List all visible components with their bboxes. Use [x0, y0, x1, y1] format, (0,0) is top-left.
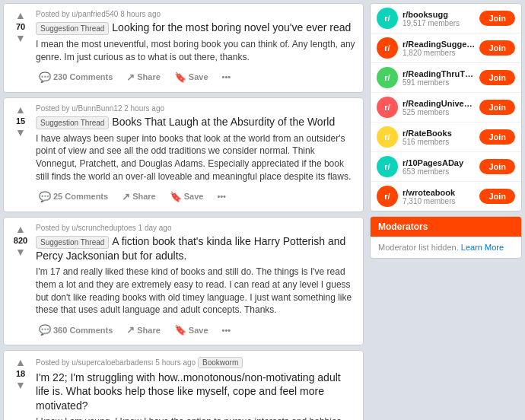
share-button[interactable]: ↗ Share — [119, 188, 159, 205]
comments-button[interactable]: 💬 360 Comments — [36, 321, 116, 339]
community-avatar: r/ — [377, 67, 398, 88]
upvote-button[interactable]: ▲ — [15, 224, 26, 234]
post-body-area: Posted by u/panfried540 8 hours ago Sugg… — [36, 10, 357, 86]
comments-count: 230 Comments — [53, 72, 113, 81]
reddit-avatar-icon: r/ — [377, 37, 398, 59]
svg-text:r/: r/ — [384, 103, 390, 112]
share-button[interactable]: ↗ Share — [123, 68, 164, 86]
save-label: Save — [189, 72, 208, 81]
post-title[interactable]: Suggestion ThreadBooks That Laugh at the… — [36, 115, 357, 129]
save-icon: 🔖 — [170, 191, 182, 202]
post-body-area: Posted by u/scruncheduptoes 1 day ago Su… — [36, 224, 357, 339]
comment-icon: 💬 — [39, 72, 51, 83]
post-title[interactable]: Suggestion ThreadA fiction book that's k… — [36, 234, 357, 262]
save-button[interactable]: 🔖 Save — [171, 68, 212, 86]
community-members: 19,517 members — [402, 19, 475, 27]
community-members: 516 members — [402, 138, 475, 146]
community-list: r/ r/booksugg 19,517 members Join r/ r/R… — [371, 4, 521, 211]
share-label: Share — [137, 326, 161, 335]
vote-column: ▲ 70 ▼ — [10, 10, 31, 86]
comments-button[interactable]: 💬 230 Comments — [36, 68, 116, 86]
page-layout: ▲ 70 ▼ Posted by u/panfried540 8 hours a… — [0, 0, 525, 420]
upvote-button[interactable]: ▲ — [15, 10, 26, 21]
downvote-button[interactable]: ▼ — [15, 33, 26, 43]
ellipsis-icon: ••• — [222, 72, 231, 81]
comments-button[interactable]: 💬 25 Comments — [36, 188, 111, 205]
save-label: Save — [184, 192, 204, 201]
svg-text:r/: r/ — [384, 43, 390, 52]
svg-text:r/: r/ — [384, 162, 390, 171]
post-time: 2 hours ago — [124, 104, 164, 113]
community-row: r/ r/10PagesADay 653 members Join — [371, 152, 521, 182]
reddit-avatar-icon: r/ — [377, 97, 398, 118]
svg-text:r/: r/ — [384, 192, 390, 201]
join-button[interactable]: Join — [479, 189, 515, 204]
join-button[interactable]: Join — [479, 159, 515, 174]
post-body-area: Posted by u/supercaloebarbadensı 5 hours… — [36, 357, 357, 420]
more-button[interactable]: ••• — [219, 69, 234, 84]
community-avatar: r/ — [377, 8, 398, 29]
post-time: 5 hours ago — [155, 358, 196, 367]
community-name[interactable]: r/10PagesADay — [402, 158, 475, 167]
comment-icon: 💬 — [39, 324, 51, 336]
community-row: r/ r/booksugg 19,517 members Join — [371, 4, 521, 33]
reddit-avatar-icon: r/ — [377, 8, 398, 29]
community-members: 7,310 members — [402, 197, 475, 205]
downvote-button[interactable]: ▼ — [15, 127, 26, 138]
save-label: Save — [189, 326, 208, 335]
upvote-button[interactable]: ▲ — [15, 104, 26, 115]
community-row: r/ r/wroteabook 7,310 members Join — [371, 182, 521, 211]
post-author[interactable]: u/panfried540 — [72, 10, 118, 18]
post-author[interactable]: u/BunnBunn12 — [72, 104, 122, 113]
post-text: I'm 17 and really liked these kind of bo… — [36, 266, 357, 317]
community-row: r/ r/ReadingThruTheWorld 591 members Joi… — [371, 63, 521, 93]
vote-count: 820 — [14, 236, 27, 245]
join-button[interactable]: Join — [479, 129, 515, 145]
main-column: ▲ 70 ▼ Posted by u/panfried540 8 hours a… — [3, 3, 364, 420]
vote-count: 70 — [16, 22, 25, 31]
more-button[interactable]: ••• — [214, 189, 229, 204]
post-author[interactable]: u/supercaloebarbadensı — [72, 358, 153, 367]
downvote-button[interactable]: ▼ — [15, 247, 26, 257]
save-button[interactable]: 🔖 Save — [171, 321, 212, 339]
post-flair: Suggestion Thread — [36, 116, 109, 129]
community-avatar: r/ — [377, 156, 398, 177]
community-name[interactable]: r/booksugg — [402, 10, 475, 19]
post-meta: Posted by u/panfried540 8 hours ago — [36, 10, 357, 18]
reddit-avatar-icon: r/ — [377, 126, 398, 148]
post-card: ▲ 820 ▼ Posted by u/scruncheduptoes 1 da… — [3, 217, 364, 345]
community-avatar: r/ — [377, 97, 398, 118]
upvote-button[interactable]: ▲ — [15, 357, 26, 368]
save-icon: 🔖 — [174, 324, 186, 336]
community-row: r/ r/ReadingUniversity 525 members Join — [371, 93, 521, 123]
post-card: ▲ 70 ▼ Posted by u/panfried540 8 hours a… — [3, 3, 364, 93]
join-button[interactable]: Join — [479, 40, 515, 56]
community-name[interactable]: r/RateBooks — [402, 129, 475, 138]
community-members: 525 members — [402, 108, 475, 116]
join-button[interactable]: Join — [479, 11, 515, 26]
post-author[interactable]: u/scruncheduptoes — [72, 224, 136, 232]
community-name[interactable]: r/ReadingSuggestions — [402, 40, 475, 49]
ellipsis-icon: ••• — [222, 326, 231, 335]
community-name[interactable]: r/ReadingThruTheWorld — [402, 69, 475, 78]
post-title[interactable]: Suggestion ThreadLooking for the most bo… — [36, 21, 357, 35]
more-button[interactable]: ••• — [219, 323, 234, 338]
post-time: 1 day ago — [138, 224, 172, 232]
join-button[interactable]: Join — [479, 70, 515, 85]
reddit-avatar-icon: r/ — [377, 186, 398, 207]
community-info: r/RateBooks 516 members — [402, 129, 475, 146]
community-avatar: r/ — [377, 186, 398, 207]
community-name[interactable]: r/ReadingUniversity — [402, 99, 475, 108]
save-button[interactable]: 🔖 Save — [167, 188, 207, 205]
post-title[interactable]: I'm 22; I'm struggling with how..monoton… — [36, 371, 357, 412]
join-button[interactable]: Join — [479, 100, 515, 115]
downvote-button[interactable]: ▼ — [15, 380, 26, 390]
community-info: r/booksugg 19,517 members — [402, 10, 475, 27]
share-button[interactable]: ↗ Share — [123, 321, 164, 339]
comments-count: 25 Comments — [53, 192, 108, 201]
community-name[interactable]: r/wroteabook — [402, 188, 475, 197]
moderators-learn-more-link[interactable]: Learn More — [461, 243, 504, 252]
communities-widget: r/ r/booksugg 19,517 members Join r/ r/R… — [370, 3, 522, 212]
community-row: r/ r/RateBooks 516 members Join — [371, 123, 521, 152]
community-info: r/ReadingSuggestions 1,820 members — [402, 40, 475, 57]
